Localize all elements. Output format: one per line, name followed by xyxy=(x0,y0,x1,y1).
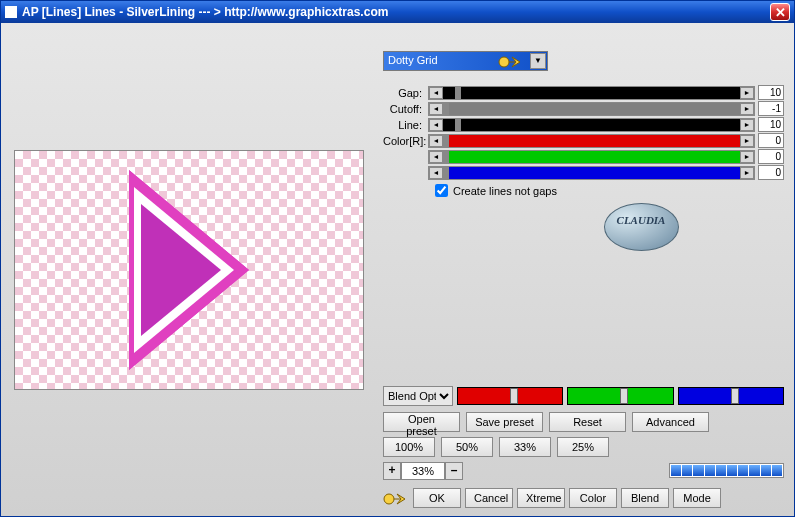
color-g-slider[interactable]: ◄ ► xyxy=(428,150,755,164)
color-button[interactable]: Color xyxy=(569,488,617,508)
blend-blue-slider[interactable] xyxy=(678,387,784,405)
window-title: AP [Lines] Lines - SilverLining --- > ht… xyxy=(22,5,770,19)
cutoff-value[interactable] xyxy=(758,101,784,116)
line-value[interactable] xyxy=(758,117,784,132)
slider-right-arrow[interactable]: ► xyxy=(740,167,754,179)
pointer-hand-icon xyxy=(383,488,409,508)
mode-button[interactable]: Mode xyxy=(673,488,721,508)
bottom-controls: Blend Optio Open preset Save preset Rese… xyxy=(383,386,784,508)
zoom-50-button[interactable]: 50% xyxy=(441,437,493,457)
line-slider-row: Line: ◄ ► xyxy=(383,117,784,132)
app-icon xyxy=(5,6,17,18)
color-r-slider[interactable]: ◄ ► xyxy=(428,134,755,148)
cutoff-label: Cutoff: xyxy=(383,103,428,115)
zoom-33-button[interactable]: 33% xyxy=(499,437,551,457)
zoom-preset-row: 100% 50% 33% 25% xyxy=(383,437,784,457)
color-g-slider-row: ◄ ► xyxy=(383,149,784,164)
xtreme-button[interactable]: Xtreme xyxy=(517,488,565,508)
open-preset-button[interactable]: Open preset xyxy=(383,412,460,432)
gap-label: Gap: xyxy=(383,87,428,99)
slider-left-arrow[interactable]: ◄ xyxy=(429,135,443,147)
color-b-slider-row: ◄ ► xyxy=(383,165,784,180)
svg-point-1 xyxy=(384,494,394,504)
content-area: Dotty Grid ▼ Gap: ◄ ► Cutoff: xyxy=(1,23,794,516)
line-slider[interactable]: ◄ ► xyxy=(428,118,755,132)
line-label: Line: xyxy=(383,119,428,131)
zoom-100-button[interactable]: 100% xyxy=(383,437,435,457)
zoom-out-button[interactable]: – xyxy=(445,462,463,480)
slider-right-arrow[interactable]: ► xyxy=(740,135,754,147)
progress-bar xyxy=(669,463,784,478)
blend-row: Blend Optio xyxy=(383,386,784,406)
gap-slider[interactable]: ◄ ► xyxy=(428,86,755,100)
create-lines-checkbox[interactable] xyxy=(435,184,448,197)
blend-green-slider[interactable] xyxy=(567,387,673,405)
cutoff-slider-row: Cutoff: ◄ ► xyxy=(383,101,784,116)
color-b-value[interactable] xyxy=(758,165,784,180)
slider-right-arrow[interactable]: ► xyxy=(740,87,754,99)
blend-options-dropdown[interactable]: Blend Optio xyxy=(383,386,453,406)
zoom-value[interactable]: 33% xyxy=(401,462,445,480)
plugin-window: AP [Lines] Lines - SilverLining --- > ht… xyxy=(0,0,795,517)
watermark: CLAUDIA xyxy=(498,203,784,253)
blend-button[interactable]: Blend xyxy=(621,488,669,508)
color-b-slider[interactable]: ◄ ► xyxy=(428,166,755,180)
preview-canvas[interactable] xyxy=(14,150,364,390)
color-r-value[interactable] xyxy=(758,133,784,148)
cutoff-slider[interactable]: ◄ ► xyxy=(428,102,755,116)
slider-left-arrow[interactable]: ◄ xyxy=(429,167,443,179)
zoom-25-button[interactable]: 25% xyxy=(557,437,609,457)
gap-value[interactable] xyxy=(758,85,784,100)
svg-point-0 xyxy=(499,57,509,67)
action-button-row: OK Cancel Xtreme Color Blend Mode xyxy=(383,488,784,508)
slider-left-arrow[interactable]: ◄ xyxy=(429,119,443,131)
color-r-label: Color[R]: xyxy=(383,135,428,147)
blend-red-slider[interactable] xyxy=(457,387,563,405)
ok-button[interactable]: OK xyxy=(413,488,461,508)
gap-slider-row: Gap: ◄ ► xyxy=(383,85,784,100)
color-g-value[interactable] xyxy=(758,149,784,164)
cancel-button[interactable]: Cancel xyxy=(465,488,513,508)
slider-right-arrow[interactable]: ► xyxy=(740,103,754,115)
preview-pane xyxy=(1,23,377,516)
preset-button-row: Open preset Save preset Reset Advanced xyxy=(383,412,784,432)
slider-right-arrow[interactable]: ► xyxy=(740,119,754,131)
slider-left-arrow[interactable]: ◄ xyxy=(429,103,443,115)
controls-pane: Dotty Grid ▼ Gap: ◄ ► Cutoff: xyxy=(377,23,794,516)
slider-left-arrow[interactable]: ◄ xyxy=(429,151,443,163)
pointer-hand-icon xyxy=(498,51,528,71)
reset-button[interactable]: Reset xyxy=(549,412,626,432)
close-button[interactable]: ✕ xyxy=(770,3,790,21)
create-lines-label: Create lines not gaps xyxy=(453,185,557,197)
create-lines-checkbox-row: Create lines not gaps xyxy=(435,184,784,197)
slider-left-arrow[interactable]: ◄ xyxy=(429,87,443,99)
slider-right-arrow[interactable]: ► xyxy=(740,151,754,163)
watermark-text: CLAUDIA xyxy=(605,214,678,226)
save-preset-button[interactable]: Save preset xyxy=(466,412,543,432)
zoom-in-button[interactable]: + xyxy=(383,462,401,480)
advanced-button[interactable]: Advanced xyxy=(632,412,709,432)
color-r-slider-row: Color[R]: ◄ ► xyxy=(383,133,784,148)
titlebar[interactable]: AP [Lines] Lines - SilverLining --- > ht… xyxy=(1,1,794,23)
